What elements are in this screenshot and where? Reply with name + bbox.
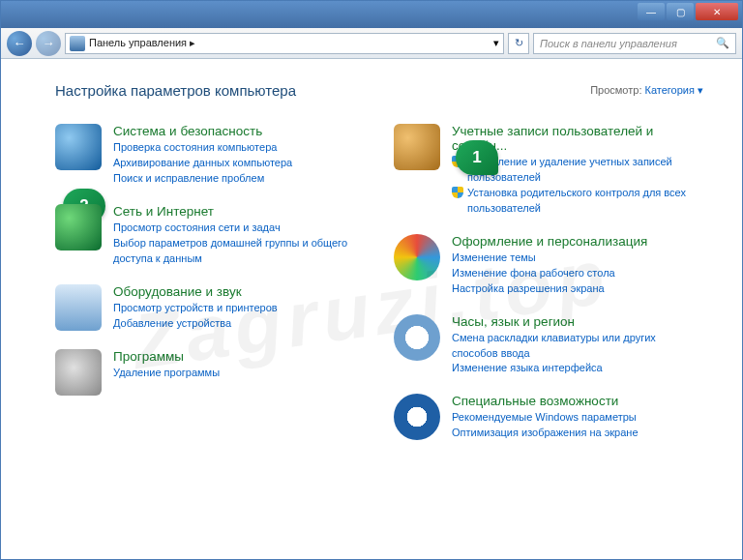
category-link[interactable]: Настройка разрешения экрана xyxy=(452,281,703,297)
category-body: Часы, язык и регионСмена раскладки клави… xyxy=(452,314,703,377)
category-body: Оформление и персонализацияИзменение тем… xyxy=(452,234,703,297)
search-icon: 🔍 xyxy=(716,37,729,49)
category-link[interactable]: Проверка состояния компьютера xyxy=(113,140,365,156)
address-bar[interactable]: Панель управления ▸ ▾ xyxy=(65,33,504,54)
category-link[interactable]: Рекомендуемые Windows параметры xyxy=(452,410,703,426)
close-button[interactable]: ✕ xyxy=(696,3,738,20)
link-text: Проверка состояния компьютера xyxy=(113,140,277,156)
view-by: Просмотр: Категория ▾ xyxy=(590,84,703,97)
content-area: Zagruzi.top Настройка параметров компьют… xyxy=(1,59,742,559)
category-link[interactable]: Поиск и исправление проблем xyxy=(113,171,365,187)
link-text: Выбор параметров домашней группы и общег… xyxy=(113,236,365,267)
right-column: Учетные записи пользователей и семейн...… xyxy=(394,124,703,441)
category-body: Система и безопасностьПроверка состояния… xyxy=(113,124,365,187)
ico-hw-icon xyxy=(55,284,102,331)
link-text: Изменение темы xyxy=(452,251,536,266)
category-item: Оборудование и звукПросмотр устройств и … xyxy=(55,284,365,332)
category-link[interactable]: Изменение темы xyxy=(452,251,703,266)
category-link[interactable]: Просмотр устройств и принтеров xyxy=(113,301,365,316)
category-title[interactable]: Сеть и Интернет xyxy=(113,204,365,219)
search-placeholder: Поиск в панели управления xyxy=(540,38,677,49)
page-title: Настройка параметров компьютера xyxy=(55,82,296,99)
link-text: Изменение языка интерфейса xyxy=(452,361,603,376)
category-title[interactable]: Оформление и персонализация xyxy=(452,234,703,249)
category-item: Система и безопасностьПроверка состояния… xyxy=(55,124,365,187)
link-text: Удаление программы xyxy=(113,366,220,381)
category-title[interactable]: Оборудование и звук xyxy=(113,284,365,299)
link-text: Добавление и удаление учетных записей по… xyxy=(467,155,703,186)
category-item: Учетные записи пользователей и семейн...… xyxy=(394,124,703,217)
category-item: Часы, язык и регионСмена раскладки клави… xyxy=(394,314,703,377)
ico-ease-icon xyxy=(394,394,440,440)
category-item: Оформление и персонализацияИзменение тем… xyxy=(394,234,703,297)
ico-pers-icon xyxy=(394,234,440,280)
search-input[interactable]: Поиск в панели управления 🔍 xyxy=(533,33,736,54)
category-title[interactable]: Специальные возможности xyxy=(452,394,703,408)
category-link[interactable]: Просмотр состояния сети и задач xyxy=(113,221,365,236)
category-link[interactable]: Изменение фона рабочего стола xyxy=(452,266,703,281)
category-item: ПрограммыУдаление программы xyxy=(55,349,365,396)
shield-icon xyxy=(452,187,463,198)
refresh-button[interactable]: ↻ xyxy=(508,33,529,54)
category-title[interactable]: Часы, язык и регион xyxy=(452,314,703,329)
control-panel-icon xyxy=(70,36,85,51)
link-text: Смена раскладки клавиатуры или других сп… xyxy=(452,331,703,362)
category-link[interactable]: Добавление устройства xyxy=(113,316,365,332)
category-title[interactable]: Программы xyxy=(113,349,365,364)
titlebar: — ▢ ✕ xyxy=(1,1,742,28)
link-text: Просмотр состояния сети и задач xyxy=(113,221,281,236)
ico-sys-icon xyxy=(55,124,102,170)
breadcrumb[interactable]: Панель управления ▸ xyxy=(89,37,490,49)
category-columns: Система и безопасностьПроверка состояния… xyxy=(55,124,703,441)
category-body: Специальные возможностиРекомендуемые Win… xyxy=(452,394,703,441)
control-panel-window: — ▢ ✕ ← → Панель управления ▸ ▾ ↻ Поиск … xyxy=(0,0,743,560)
link-text: Архивирование данных компьютера xyxy=(113,156,292,171)
navigation-bar: ← → Панель управления ▸ ▾ ↻ Поиск в пане… xyxy=(1,28,742,59)
category-body: Сеть и ИнтернетПросмотр состояния сети и… xyxy=(113,204,365,267)
left-column: Система и безопасностьПроверка состояния… xyxy=(55,124,365,441)
category-link[interactable]: Установка родительского контроля для все… xyxy=(452,186,703,217)
category-item: Специальные возможностиРекомендуемые Win… xyxy=(394,394,703,441)
content-header: Настройка параметров компьютера Просмотр… xyxy=(55,82,703,99)
annotation-callout-1: 1 xyxy=(456,140,498,175)
category-link[interactable]: Удаление программы xyxy=(113,366,365,381)
category-link[interactable]: Выбор параметров домашней группы и общег… xyxy=(113,236,365,267)
ico-net-icon xyxy=(55,204,102,251)
view-by-label: Просмотр: xyxy=(590,84,641,96)
view-by-dropdown[interactable]: Категория ▾ xyxy=(645,84,703,96)
nav-forward-button[interactable]: → xyxy=(36,31,61,56)
ico-prog-icon xyxy=(55,349,102,396)
link-text: Поиск и исправление проблем xyxy=(113,171,264,187)
category-body: Оборудование и звукПросмотр устройств и … xyxy=(113,284,365,332)
nav-back-button[interactable]: ← xyxy=(7,31,32,56)
link-text: Просмотр устройств и принтеров xyxy=(113,301,278,316)
link-text: Установка родительского контроля для все… xyxy=(467,186,703,217)
ico-user-icon xyxy=(394,124,440,170)
category-title[interactable]: Система и безопасность xyxy=(113,124,365,138)
minimize-button[interactable]: — xyxy=(638,3,665,20)
category-link[interactable]: Изменение языка интерфейса xyxy=(452,361,703,376)
address-dropdown-icon[interactable]: ▾ xyxy=(493,37,499,49)
maximize-button[interactable]: ▢ xyxy=(667,3,694,20)
link-text: Оптимизация изображения на экране xyxy=(452,426,639,441)
category-link[interactable]: Архивирование данных компьютера xyxy=(113,156,365,171)
link-text: Настройка разрешения экрана xyxy=(452,281,605,297)
ico-clock-icon xyxy=(394,314,440,361)
category-body: ПрограммыУдаление программы xyxy=(113,349,365,396)
link-text: Рекомендуемые Windows параметры xyxy=(452,410,637,426)
category-link[interactable]: Оптимизация изображения на экране xyxy=(452,426,703,441)
link-text: Добавление устройства xyxy=(113,316,231,332)
window-controls: — ▢ ✕ xyxy=(638,3,738,20)
category-link[interactable]: Смена раскладки клавиатуры или других сп… xyxy=(452,331,703,362)
link-text: Изменение фона рабочего стола xyxy=(452,266,615,281)
